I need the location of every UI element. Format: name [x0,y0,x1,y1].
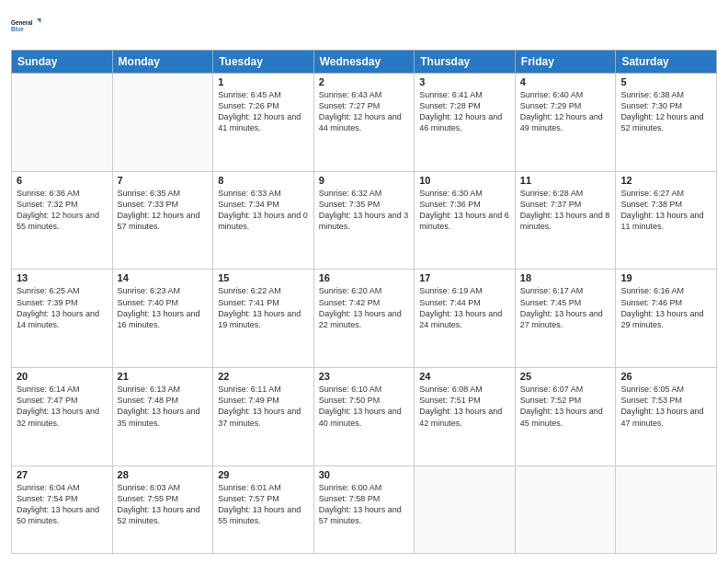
cell-info: Sunrise: 6:16 AM Sunset: 7:46 PM Dayligh… [620,285,711,330]
day-number: 24 [419,371,510,382]
day-number: 16 [319,272,410,283]
calendar-cell: 13Sunrise: 6:25 AM Sunset: 7:39 PM Dayli… [12,270,113,368]
day-number: 4 [520,76,611,87]
day-number: 20 [17,371,108,382]
calendar-cell: 9Sunrise: 6:32 AM Sunset: 7:35 PM Daylig… [313,171,415,270]
cell-info: Sunrise: 6:35 AM Sunset: 7:33 PM Dayligh… [118,188,209,233]
calendar-cell [12,74,113,172]
day-header-monday: Monday [112,51,213,74]
calendar-cell: 24Sunrise: 6:08 AM Sunset: 7:51 PM Dayli… [415,368,516,466]
calendar-cell: 18Sunrise: 6:17 AM Sunset: 7:45 PM Dayli… [515,270,616,368]
day-number: 26 [620,371,711,382]
cell-info: Sunrise: 6:25 AM Sunset: 7:39 PM Dayligh… [17,285,108,330]
cell-info: Sunrise: 6:28 AM Sunset: 7:37 PM Dayligh… [520,188,611,233]
calendar-cell: 7Sunrise: 6:35 AM Sunset: 7:33 PM Daylig… [112,171,213,270]
cell-info: Sunrise: 6:20 AM Sunset: 7:42 PM Dayligh… [319,285,410,330]
calendar-cell: 5Sunrise: 6:38 AM Sunset: 7:30 PM Daylig… [616,74,717,172]
calendar-cell: 11Sunrise: 6:28 AM Sunset: 7:37 PM Dayli… [515,171,616,270]
calendar-cell: 4Sunrise: 6:40 AM Sunset: 7:29 PM Daylig… [515,74,616,172]
day-number: 27 [17,469,108,480]
day-number: 23 [319,371,410,382]
day-number: 6 [17,175,108,186]
calendar-cell: 27Sunrise: 6:04 AM Sunset: 7:54 PM Dayli… [12,465,113,553]
calendar-cell [515,465,616,553]
day-number: 2 [319,76,410,87]
day-number: 15 [218,272,309,283]
day-number: 8 [218,175,309,186]
calendar-cell: 25Sunrise: 6:07 AM Sunset: 7:52 PM Dayli… [515,368,616,466]
calendar-cell: 8Sunrise: 6:33 AM Sunset: 7:34 PM Daylig… [213,171,314,270]
cell-info: Sunrise: 6:17 AM Sunset: 7:45 PM Dayligh… [520,285,611,330]
day-number: 12 [620,175,711,186]
cell-info: Sunrise: 6:41 AM Sunset: 7:28 PM Dayligh… [419,89,510,134]
cell-info: Sunrise: 6:01 AM Sunset: 7:57 PM Dayligh… [218,482,309,527]
cell-info: Sunrise: 6:11 AM Sunset: 7:49 PM Dayligh… [218,384,309,429]
day-number: 19 [620,272,711,283]
day-number: 25 [520,371,611,382]
cell-info: Sunrise: 6:45 AM Sunset: 7:26 PM Dayligh… [218,89,309,134]
calendar-table: SundayMondayTuesdayWednesdayThursdayFrid… [11,50,717,554]
cell-info: Sunrise: 6:32 AM Sunset: 7:35 PM Dayligh… [319,188,410,233]
cell-info: Sunrise: 6:23 AM Sunset: 7:40 PM Dayligh… [118,285,209,330]
day-header-friday: Friday [515,51,616,74]
cell-info: Sunrise: 6:00 AM Sunset: 7:58 PM Dayligh… [319,482,410,527]
cell-info: Sunrise: 6:07 AM Sunset: 7:52 PM Dayligh… [520,384,611,429]
calendar-cell: 10Sunrise: 6:30 AM Sunset: 7:36 PM Dayli… [415,171,516,270]
calendar-cell: 26Sunrise: 6:05 AM Sunset: 7:53 PM Dayli… [616,368,717,466]
calendar-cell [616,465,717,553]
logo-icon: GeneralBlue [11,9,44,42]
calendar-cell: 15Sunrise: 6:22 AM Sunset: 7:41 PM Dayli… [213,270,314,368]
cell-info: Sunrise: 6:14 AM Sunset: 7:47 PM Dayligh… [17,384,108,429]
calendar-cell: 23Sunrise: 6:10 AM Sunset: 7:50 PM Dayli… [313,368,415,466]
logo: GeneralBlue [11,9,44,42]
calendar-cell: 30Sunrise: 6:00 AM Sunset: 7:58 PM Dayli… [313,465,415,553]
cell-info: Sunrise: 6:05 AM Sunset: 7:53 PM Dayligh… [620,384,711,429]
cell-info: Sunrise: 6:43 AM Sunset: 7:27 PM Dayligh… [319,89,410,134]
calendar-cell: 3Sunrise: 6:41 AM Sunset: 7:28 PM Daylig… [415,74,516,172]
calendar-cell: 12Sunrise: 6:27 AM Sunset: 7:38 PM Dayli… [616,171,717,270]
header: GeneralBlue [11,9,717,42]
calendar-cell: 21Sunrise: 6:13 AM Sunset: 7:48 PM Dayli… [112,368,213,466]
day-header-saturday: Saturday [616,51,717,74]
cell-info: Sunrise: 6:03 AM Sunset: 7:55 PM Dayligh… [118,482,209,527]
calendar-cell: 20Sunrise: 6:14 AM Sunset: 7:47 PM Dayli… [12,368,113,466]
day-header-thursday: Thursday [415,51,516,74]
svg-text:Blue: Blue [11,26,24,32]
day-number: 13 [17,272,108,283]
day-number: 1 [218,76,309,87]
day-number: 18 [520,272,611,283]
day-number: 11 [520,175,611,186]
cell-info: Sunrise: 6:13 AM Sunset: 7:48 PM Dayligh… [118,384,209,429]
day-number: 10 [419,175,510,186]
calendar-cell [415,465,516,553]
day-number: 9 [319,175,410,186]
calendar-cell: 2Sunrise: 6:43 AM Sunset: 7:27 PM Daylig… [313,74,415,172]
cell-info: Sunrise: 6:27 AM Sunset: 7:38 PM Dayligh… [620,188,711,233]
day-number: 29 [218,469,309,480]
calendar-cell: 14Sunrise: 6:23 AM Sunset: 7:40 PM Dayli… [112,270,213,368]
calendar-cell: 1Sunrise: 6:45 AM Sunset: 7:26 PM Daylig… [213,74,314,172]
day-number: 5 [620,76,711,87]
cell-info: Sunrise: 6:22 AM Sunset: 7:41 PM Dayligh… [218,285,309,330]
cell-info: Sunrise: 6:08 AM Sunset: 7:51 PM Dayligh… [419,384,510,429]
calendar-cell: 28Sunrise: 6:03 AM Sunset: 7:55 PM Dayli… [112,465,213,553]
day-header-sunday: Sunday [12,51,113,74]
day-number: 21 [118,371,209,382]
calendar-cell: 22Sunrise: 6:11 AM Sunset: 7:49 PM Dayli… [213,368,314,466]
cell-info: Sunrise: 6:04 AM Sunset: 7:54 PM Dayligh… [17,482,108,527]
day-number: 22 [218,371,309,382]
cell-info: Sunrise: 6:19 AM Sunset: 7:44 PM Dayligh… [419,285,510,330]
calendar-cell: 6Sunrise: 6:36 AM Sunset: 7:32 PM Daylig… [12,171,113,270]
cell-info: Sunrise: 6:36 AM Sunset: 7:32 PM Dayligh… [17,188,108,233]
calendar-cell: 29Sunrise: 6:01 AM Sunset: 7:57 PM Dayli… [213,465,314,553]
day-number: 28 [118,469,209,480]
calendar-cell: 16Sunrise: 6:20 AM Sunset: 7:42 PM Dayli… [313,270,415,368]
day-number: 7 [118,175,209,186]
svg-text:General: General [11,19,33,26]
page: GeneralBlue SundayMondayTuesdayWednesday… [0,0,728,563]
cell-info: Sunrise: 6:33 AM Sunset: 7:34 PM Dayligh… [218,188,309,233]
cell-info: Sunrise: 6:30 AM Sunset: 7:36 PM Dayligh… [419,188,510,233]
day-header-tuesday: Tuesday [213,51,314,74]
day-number: 30 [319,469,410,480]
day-header-wednesday: Wednesday [313,51,415,74]
